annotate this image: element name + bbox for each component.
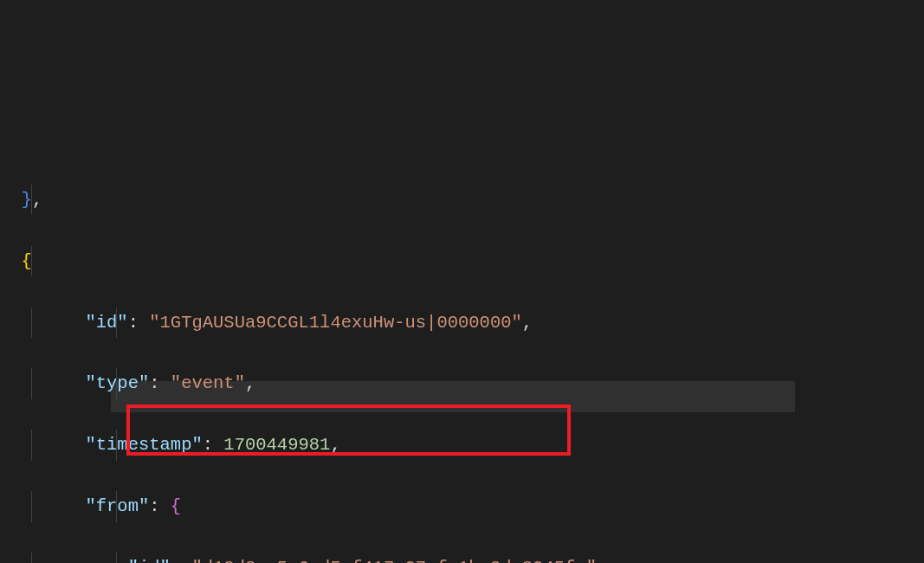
code-line: "id": "d18d8ce5-6ed5-f417-27af-1ba8da804… bbox=[0, 553, 924, 563]
json-key-timestamp: "timestamp" bbox=[85, 435, 202, 455]
code-content: }, { "id": "1GTgAUSUa9CCGL1l4exuHw-us|00… bbox=[0, 153, 924, 563]
json-key-from-id: "id" bbox=[128, 558, 171, 563]
code-line: }, bbox=[0, 184, 924, 215]
json-value-type: "event" bbox=[171, 373, 245, 393]
code-editor[interactable]: }, { "id": "1GTgAUSUa9CCGL1l4exuHw-us|00… bbox=[0, 0, 924, 563]
json-key-type: "type" bbox=[85, 373, 149, 393]
code-line: "from": { bbox=[0, 491, 924, 521]
code-line: "type": "event", bbox=[0, 368, 924, 398]
json-key-id: "id" bbox=[85, 313, 127, 333]
code-line: "id": "1GTgAUSUa9CCGL1l4exuHw-us|0000000… bbox=[0, 307, 924, 338]
code-line: "timestamp": 1700449981, bbox=[0, 430, 924, 460]
json-value-timestamp: 1700449981 bbox=[223, 435, 330, 455]
code-line: { bbox=[0, 246, 924, 276]
json-key-from: "from" bbox=[85, 496, 149, 516]
brace-open-inner: { bbox=[171, 496, 181, 516]
json-value-from-id: "d18d8ce5-6ed5-f417-27af-1ba8da8045fa" bbox=[191, 558, 596, 563]
json-value-id: "1GTgAUSUa9CCGL1l4exuHw-us|0000000" bbox=[149, 313, 522, 333]
